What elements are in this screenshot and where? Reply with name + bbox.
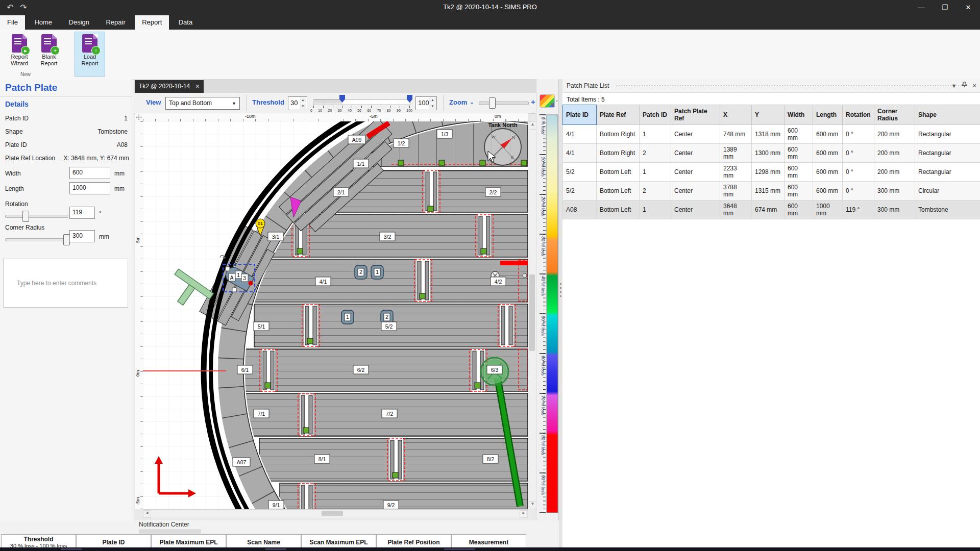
status-bar: Notification Center Threshold30 % loss -… <box>0 520 559 547</box>
table-row[interactable]: 5/2Bottom Left1Center2233 mm1298 mm600 m… <box>563 163 980 182</box>
column-header[interactable]: Length <box>813 105 843 125</box>
tank-floor-canvas[interactable]: 01 <box>143 121 528 509</box>
table-cell: 0 ° <box>843 144 874 163</box>
tab-repair[interactable]: Repair <box>99 15 132 30</box>
spin-down-icon[interactable]: ▼ <box>300 104 306 109</box>
close-icon[interactable]: ✕ <box>970 81 979 90</box>
tab-file[interactable]: File <box>0 15 25 30</box>
shape-value: Tombstone <box>61 128 128 135</box>
table-cell: 600 mm <box>813 163 843 182</box>
tab-report[interactable]: Report <box>135 15 169 30</box>
spin-up-icon[interactable]: ▲ <box>429 97 436 103</box>
zoom-slider-track[interactable] <box>479 102 529 105</box>
column-header[interactable]: Patch ID <box>640 105 671 125</box>
document-tab[interactable]: Tk2 @ 2020-10-14✕ <box>135 80 204 93</box>
total-items: Total Items : 5 <box>567 96 605 103</box>
table-cell: Bottom Left <box>597 201 640 219</box>
vertical-scrollbar[interactable]: ▲ ▼ <box>528 121 536 509</box>
table-row[interactable]: 4/1Bottom Right2Center1389 mm1300 mm600 … <box>563 144 980 163</box>
corner-radius-slider-track[interactable] <box>5 238 68 241</box>
table-cell: Rectangular <box>915 125 980 144</box>
threshold-high-spinner[interactable]: 100 ▲ ▼ <box>415 96 437 110</box>
scroll-up-icon[interactable]: ▲ <box>529 121 536 130</box>
blank-report-button[interactable]: + BlankReport <box>34 32 64 77</box>
table-cell: 5/2 <box>563 163 597 182</box>
tab-data[interactable]: Data <box>172 15 200 30</box>
width-label: Width <box>5 170 21 177</box>
drawing-area: Tk2 @ 2020-10-14✕ View Top and Bottom▼ T… <box>134 79 536 520</box>
scroll-right-icon[interactable]: ► <box>520 510 528 518</box>
table-cell: 1 <box>640 125 671 144</box>
pin-icon[interactable] <box>960 81 969 90</box>
width-input[interactable]: 600 <box>69 167 110 179</box>
table-row[interactable]: A08Bottom Left1Center3648 mm674 mm600 mm… <box>563 201 980 219</box>
column-header[interactable]: Y <box>752 105 785 125</box>
column-header[interactable]: Plate Ref <box>597 105 640 125</box>
notification-progress <box>139 529 201 534</box>
column-header[interactable]: Patch Plate Ref <box>671 105 720 125</box>
red-weld-bar <box>500 261 528 265</box>
restore-button[interactable]: ❐ <box>933 0 957 15</box>
column-header[interactable]: Plate ID <box>563 105 597 125</box>
svg-text:7/1: 7/1 <box>258 411 265 417</box>
svg-text:6/3: 6/3 <box>491 367 499 373</box>
table-row[interactable]: 5/2Bottom Left2Center3788 mm1315 mm600 m… <box>563 182 980 201</box>
table-row[interactable]: 4/1Bottom Right1Center748 mm1318 mm600 m… <box>563 125 980 144</box>
column-header[interactable]: Corner Radius <box>874 105 915 125</box>
svg-text:A07: A07 <box>237 459 247 465</box>
zoom-in-button[interactable]: + <box>531 97 535 106</box>
length-input[interactable]: 1000 <box>69 182 110 194</box>
rotation-input[interactable]: 119 <box>69 207 95 219</box>
svg-text:W: W <box>492 135 496 139</box>
tab-design[interactable]: Design <box>62 15 96 30</box>
scroll-down-icon[interactable]: ▼ <box>529 501 536 509</box>
rotation-slider-thumb[interactable] <box>22 211 29 222</box>
zoom-out-button[interactable]: - <box>471 98 473 107</box>
minimize-button[interactable]: — <box>910 0 933 15</box>
chevron-down-icon[interactable]: ▼ <box>949 81 959 90</box>
selection-handle[interactable] <box>226 267 230 271</box>
column-header[interactable]: Shape <box>915 105 980 125</box>
svg-text:6/2: 6/2 <box>357 367 365 373</box>
table-cell: 600 mm <box>813 125 843 144</box>
document-tab-close-icon[interactable]: ✕ <box>195 83 200 89</box>
table-cell: Circular <box>915 182 980 201</box>
view-dropdown[interactable]: Top and Bottom▼ <box>165 97 240 110</box>
comments-box[interactable]: Type here to enter comments <box>3 259 128 308</box>
horizontal-scrollbar[interactable]: ◄ ► <box>143 509 528 518</box>
svg-text:1/3: 1/3 <box>441 131 449 137</box>
table-cell: Center <box>671 144 720 163</box>
report-wizard-button[interactable]: ▸ ReportWizard <box>4 32 35 77</box>
threshold-low-spinner[interactable]: 30 ▲ ▼ <box>288 96 307 110</box>
column-header[interactable]: Width <box>785 105 813 125</box>
scroll-left-icon[interactable]: ◄ <box>143 510 151 518</box>
svg-text:90 % loss: 90 % loss <box>541 475 546 495</box>
zoom-label: Zoom <box>449 98 467 106</box>
table-cell: Bottom Right <box>597 125 640 144</box>
column-header[interactable]: X <box>720 105 752 125</box>
spin-down-icon[interactable]: ▼ <box>429 104 436 109</box>
table-cell: Center <box>671 201 720 219</box>
patch-ref-dot <box>249 281 253 286</box>
tab-home[interactable]: Home <box>27 15 59 30</box>
selection-handle[interactable] <box>232 288 236 292</box>
close-button[interactable]: ✕ <box>957 0 980 15</box>
vertical-scroll-thumb[interactable] <box>529 274 535 351</box>
zoom-slider-thumb[interactable] <box>489 97 496 109</box>
length-unit: mm <box>114 185 125 192</box>
palette-icon[interactable]: ✎ <box>540 94 555 108</box>
svg-text:1/1: 1/1 <box>357 161 365 167</box>
shape-label: Shape <box>5 128 23 135</box>
patch-plate-panel: Patch Plate Details Patch ID 1 Shape Tom… <box>0 79 132 520</box>
spin-up-icon[interactable]: ▲ <box>300 97 306 103</box>
load-report-button[interactable]: ↑ LoadReport <box>75 32 105 77</box>
rotation-slider-track[interactable] <box>5 215 68 218</box>
ribbon: ▸ ReportWizard + BlankReport ↑ LoadRepor… <box>0 30 980 80</box>
corner-radius-input[interactable]: 300 <box>69 230 95 242</box>
column-header[interactable]: Rotation <box>843 105 874 125</box>
horizontal-scroll-thumb[interactable] <box>322 511 343 516</box>
svg-text:80 % loss: 80 % loss <box>541 435 546 456</box>
table-cell: 1298 mm <box>752 163 785 182</box>
svg-text:1: 1 <box>346 314 349 320</box>
svg-text:20 % loss: 20 % loss <box>541 196 546 217</box>
